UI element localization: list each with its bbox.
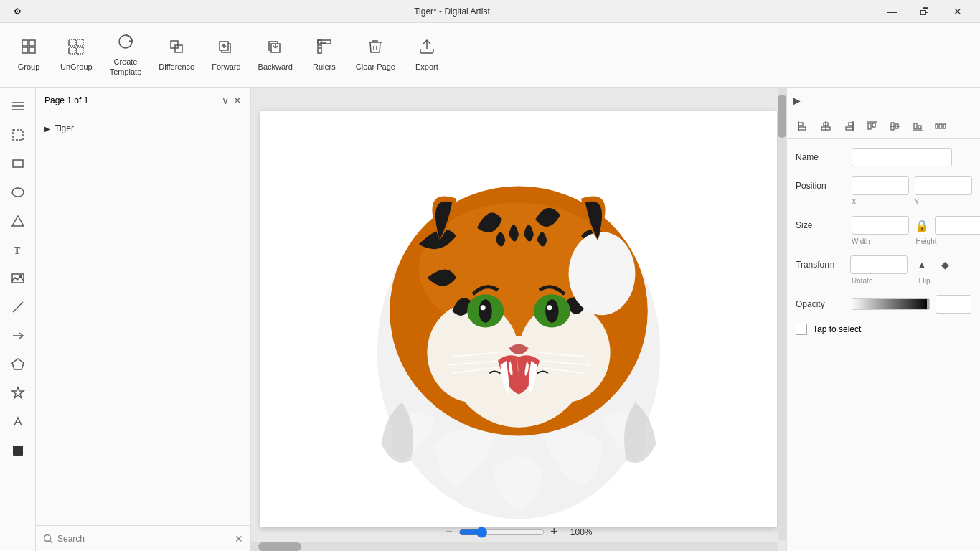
maximize-button[interactable]: 🗗 — [908, 0, 941, 23]
toolbar-create-template[interactable]: CreateTemplate — [103, 29, 149, 80]
select-tool[interactable] — [5, 122, 31, 148]
line-tool[interactable] — [5, 294, 31, 320]
zoom-in-button[interactable]: + — [550, 524, 558, 540]
width-label: Width — [852, 237, 870, 245]
position-y-input[interactable] — [915, 176, 972, 195]
layers-collapse-btn[interactable]: ∨ — [222, 95, 229, 106]
text-tool[interactable]: T — [5, 237, 31, 263]
svg-rect-67 — [798, 123, 803, 126]
opacity-label: Opacity — [796, 299, 846, 309]
search-clear-btn[interactable]: ✕ — [235, 533, 243, 545]
zoom-out-button[interactable]: − — [445, 524, 453, 540]
align-center-v-btn[interactable] — [885, 116, 905, 136]
star-tool[interactable] — [5, 380, 31, 406]
position-x-input[interactable] — [852, 176, 909, 195]
menu-button[interactable] — [5, 93, 31, 119]
properties-panel: Name Position X Y Size — [787, 139, 980, 551]
vertical-scrollbar[interactable] — [778, 88, 786, 540]
image-tool[interactable] — [5, 265, 31, 291]
pentagon-tool[interactable] — [5, 352, 31, 377]
create-template-label: CreateTemplate — [110, 57, 142, 76]
left-toolbar: T — [0, 88, 36, 551]
layers-controls: ∨ ✕ — [222, 95, 242, 106]
search-input[interactable] — [57, 534, 230, 544]
clear-page-icon — [367, 38, 384, 60]
vertical-scroll-thumb[interactable] — [778, 95, 786, 138]
svg-rect-5 — [77, 39, 83, 46]
ungroup-label: UnGroup — [60, 62, 93, 72]
opacity-bar[interactable] — [852, 298, 930, 310]
toolbar-rulers[interactable]: Rulers — [303, 34, 346, 76]
settings-icon: ⚙ — [14, 6, 22, 17]
svg-rect-45 — [13, 446, 23, 456]
zoom-label: 100% — [564, 527, 593, 537]
svg-rect-35 — [13, 160, 23, 167]
settings-button[interactable]: ⚙ — [6, 0, 29, 23]
horizontal-scrollbar[interactable] — [251, 542, 778, 551]
zoom-slider[interactable] — [458, 527, 545, 538]
rectangle-tool[interactable] — [5, 151, 31, 176]
align-left-btn[interactable] — [793, 116, 813, 136]
svg-rect-34 — [13, 130, 23, 140]
rotate-input[interactable] — [850, 255, 908, 274]
distribute-btn[interactable] — [930, 116, 951, 136]
svg-rect-10 — [175, 45, 182, 52]
height-input[interactable] — [935, 216, 980, 235]
forward-label: Forward — [212, 62, 240, 72]
svg-rect-7 — [77, 47, 83, 54]
size-label: Size — [796, 220, 846, 230]
toolbar-clear-page[interactable]: Clear Page — [349, 34, 402, 76]
align-bottom-btn[interactable] — [908, 116, 928, 136]
fill-tool[interactable] — [5, 438, 31, 463]
opacity-row: Opacity 100% — [796, 295, 971, 314]
ellipse-tool[interactable] — [5, 179, 31, 205]
toolbar-group[interactable]: Group — [7, 34, 50, 76]
pen-tool[interactable] — [5, 409, 31, 435]
tap-select-label: Tap to select — [813, 324, 861, 334]
svg-rect-3 — [29, 47, 35, 53]
create-template-icon — [117, 33, 134, 55]
arrow-tool[interactable] — [5, 323, 31, 349]
svg-rect-74 — [846, 127, 853, 130]
svg-marker-37 — [12, 216, 24, 226]
layers-header: Page 1 of 1 ∨ ✕ — [36, 88, 250, 113]
svg-point-60 — [547, 305, 552, 310]
forward-icon — [217, 38, 235, 60]
name-input[interactable] — [852, 148, 952, 166]
triangle-tool[interactable] — [5, 208, 31, 234]
layers-close-btn[interactable]: ✕ — [233, 95, 242, 106]
toolbar-export[interactable]: Export — [405, 34, 448, 76]
canvas-area[interactable]: − + 100% — [251, 88, 786, 551]
minimize-button[interactable]: — — [875, 0, 908, 23]
flip-horizontal-btn[interactable]: ◆ — [935, 255, 955, 274]
svg-rect-77 — [872, 123, 875, 127]
svg-rect-0 — [22, 40, 28, 46]
toolbar-difference[interactable]: Difference — [151, 34, 202, 76]
svg-rect-83 — [918, 126, 921, 129]
svg-point-46 — [44, 534, 51, 541]
rulers-label: Rulers — [313, 62, 336, 72]
lock-icon[interactable]: 🔒 — [915, 219, 929, 232]
align-top-btn[interactable] — [862, 116, 882, 136]
opacity-input[interactable]: 100% — [936, 295, 971, 314]
align-center-h-btn[interactable] — [816, 116, 836, 136]
panel-toggle-btn[interactable]: ▶ — [793, 95, 801, 106]
toolbar-forward[interactable]: Forward — [204, 34, 248, 76]
horizontal-scroll-thumb[interactable] — [258, 542, 301, 551]
svg-rect-82 — [914, 123, 917, 129]
toolbar-backward[interactable]: Backward — [251, 34, 300, 76]
toolbar-ungroup[interactable]: UnGroup — [53, 34, 100, 76]
group-icon — [20, 38, 37, 60]
layer-item-tiger[interactable]: ▶ Tiger — [36, 119, 250, 138]
close-button[interactable]: ✕ — [941, 0, 974, 23]
svg-rect-25 — [318, 40, 321, 53]
flip-vertical-btn[interactable]: ▲ — [912, 255, 932, 274]
canvas-page[interactable] — [260, 111, 777, 527]
align-right-btn[interactable] — [839, 116, 859, 136]
zoom-bar: − + 100% — [445, 524, 592, 540]
tap-select-checkbox[interactable] — [796, 324, 807, 335]
layers-title: Page 1 of 1 — [44, 95, 88, 105]
width-input[interactable] — [852, 216, 909, 235]
search-icon — [43, 534, 53, 544]
svg-rect-1 — [29, 40, 35, 46]
